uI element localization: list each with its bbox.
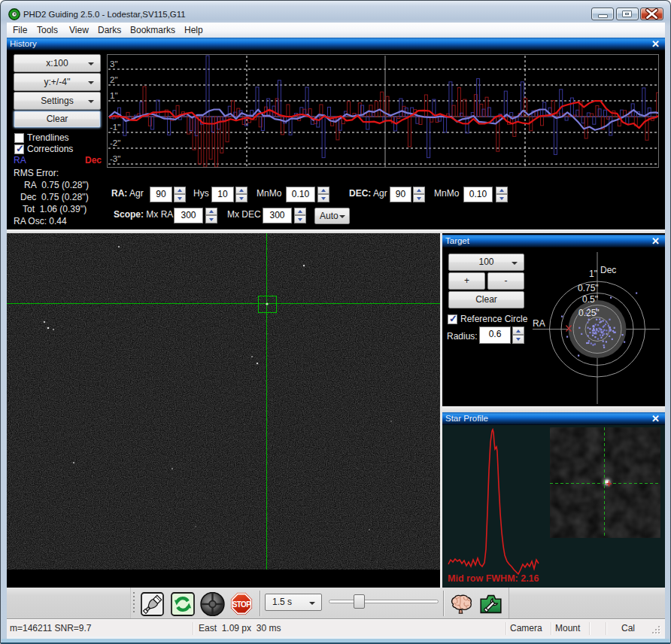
- svg-text:1": 1": [110, 91, 117, 100]
- svg-text:STOP: STOP: [232, 600, 252, 609]
- svg-text:-2": -2": [110, 138, 120, 147]
- svg-text:0.5": 0.5": [582, 294, 598, 305]
- svg-text:RA: RA: [533, 318, 545, 329]
- svg-text:2": 2": [110, 75, 117, 84]
- svg-text:1": 1": [589, 269, 597, 279]
- svg-text:0.75": 0.75": [578, 283, 599, 293]
- svg-text:-1": -1": [110, 123, 120, 132]
- svg-text:0.25": 0.25": [578, 308, 600, 318]
- svg-text:3": 3": [110, 59, 117, 68]
- svg-text:Dec: Dec: [600, 265, 616, 275]
- svg-text:-3": -3": [110, 154, 120, 163]
